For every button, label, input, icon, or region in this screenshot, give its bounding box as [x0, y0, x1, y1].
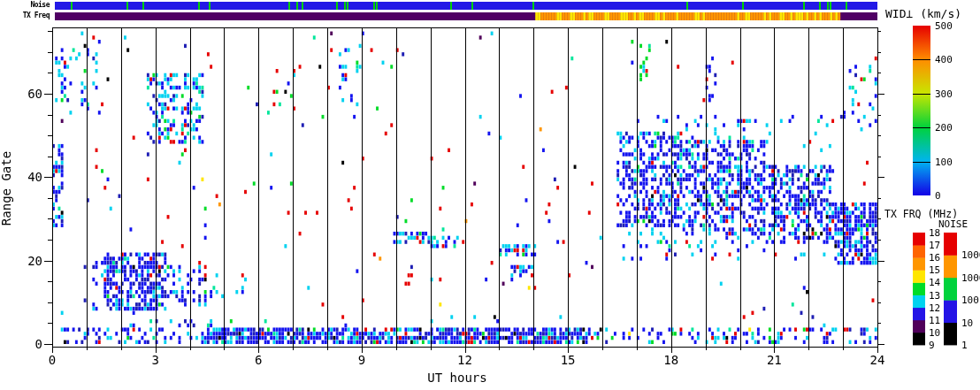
x-tick-label-0: 0 [49, 353, 56, 367]
txfrq-tick-label-11: 11 [929, 314, 940, 325]
txfrq-tick-label-9: 9 [929, 340, 935, 351]
wid-tick-label-0: 0 [935, 190, 941, 202]
x-tick-label-12: 12 [457, 353, 472, 367]
y-tick-label-60: 60 [12, 87, 42, 101]
noise-tick-label-100: 100 [961, 294, 979, 306]
noise-tick-label-1: 1 [961, 340, 968, 351]
txfrq-tick-label-12: 12 [929, 302, 940, 313]
wid-tick-label-500: 500 [935, 20, 953, 32]
x-tick-label-15: 15 [561, 353, 576, 367]
wid-tick-label-400: 400 [935, 54, 953, 65]
y-tick-label-40: 40 [12, 170, 42, 184]
y-tick-label-0: 0 [12, 337, 42, 351]
wid-colorbar-title: WID⊥ (km/s) [885, 7, 961, 20]
y-axis-title: Range Gate [0, 100, 13, 277]
radar-summary-plot: Noise TX Freq Range Gate UT hours WID⊥ (… [0, 0, 980, 390]
noise-strip-label: Noise [0, 1, 50, 9]
wid-tick-label-300: 300 [935, 88, 953, 99]
txfrq-tick-label-10: 10 [929, 326, 940, 338]
x-tick-label-6: 6 [255, 353, 262, 367]
txfrq-tick-label-18: 18 [929, 227, 940, 239]
txfrq-tick-label-15: 15 [929, 264, 940, 276]
x-tick-label-18: 18 [663, 353, 678, 367]
y-tick-label-20: 20 [12, 254, 42, 268]
x-tick-label-9: 9 [358, 353, 365, 367]
txfrq-tick-label-17: 17 [929, 240, 940, 251]
x-axis-title: UT hours [387, 371, 528, 385]
radar-data-canvas [0, 0, 980, 390]
txfrq-tick-label-14: 14 [929, 277, 940, 288]
x-tick-label-21: 21 [767, 353, 782, 367]
wid-tick-label-200: 200 [935, 122, 953, 134]
txfrq-tick-label-13: 13 [929, 289, 940, 301]
noise-tick-label-10000: 10000 [961, 249, 980, 261]
noise-tick-label-10: 10 [961, 317, 973, 328]
txfreq-strip-label: TX Freq [0, 11, 50, 19]
x-tick-label-24: 24 [870, 353, 885, 367]
noise-tick-label-1000: 1000 [961, 271, 980, 283]
txfrq-tick-label-16: 16 [929, 252, 940, 264]
x-tick-label-3: 3 [151, 353, 158, 367]
noise-colorbar-title: NOISE [938, 218, 968, 230]
wid-tick-label-100: 100 [935, 156, 953, 167]
